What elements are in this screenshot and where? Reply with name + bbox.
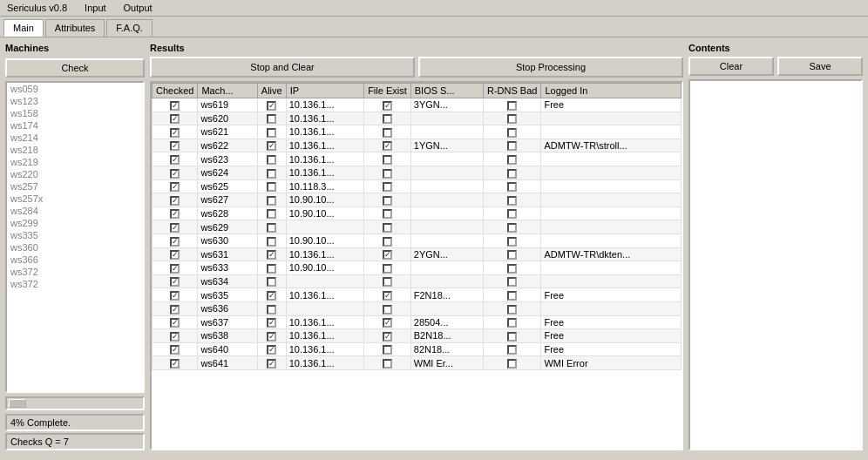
table-row[interactable]: ws63510.136.1...F2N18...Free	[153, 288, 682, 302]
checkbox[interactable]	[267, 141, 276, 151]
checkbox-cell[interactable]	[483, 356, 540, 370]
checkbox[interactable]	[383, 237, 392, 247]
checkbox-cell[interactable]	[153, 329, 198, 343]
checkbox[interactable]	[170, 332, 180, 342]
checkbox-cell[interactable]	[483, 98, 540, 112]
checkbox-cell[interactable]	[483, 152, 540, 166]
stop-clear-button[interactable]: Stop and Clear	[150, 57, 415, 78]
checkbox-cell[interactable]	[483, 342, 540, 356]
checkbox[interactable]	[383, 318, 392, 328]
checkbox-cell[interactable]	[153, 98, 198, 112]
checkbox-cell[interactable]	[483, 206, 540, 220]
list-item[interactable]: ws214	[7, 132, 143, 144]
checkbox[interactable]	[507, 359, 517, 369]
checkbox[interactable]	[170, 141, 180, 151]
checkbox[interactable]	[383, 250, 392, 260]
checkbox-cell[interactable]	[257, 315, 286, 329]
checkbox-cell[interactable]	[483, 288, 540, 302]
checkbox[interactable]	[507, 209, 517, 219]
checkbox[interactable]	[267, 114, 276, 124]
checkbox[interactable]	[507, 101, 517, 111]
checkbox-cell[interactable]	[153, 179, 198, 193]
checkbox-cell[interactable]	[364, 261, 411, 275]
checkbox[interactable]	[383, 264, 392, 274]
checkbox-cell[interactable]	[364, 98, 411, 112]
checkbox-cell[interactable]	[364, 233, 411, 247]
table-row[interactable]: ws63010.90.10...	[153, 233, 682, 247]
checkbox-cell[interactable]	[364, 179, 411, 193]
tab-main[interactable]: Main	[3, 19, 44, 37]
checkbox[interactable]	[170, 291, 180, 301]
checkbox[interactable]	[267, 209, 276, 219]
checkbox-cell[interactable]	[153, 233, 198, 247]
checkbox-cell[interactable]	[153, 112, 198, 125]
checkbox-cell[interactable]	[153, 315, 198, 329]
checkbox-cell[interactable]	[483, 166, 540, 179]
checkbox-cell[interactable]	[483, 247, 540, 261]
checkbox-cell[interactable]	[153, 288, 198, 302]
checkbox-cell[interactable]	[153, 301, 198, 315]
checkbox[interactable]	[383, 169, 392, 179]
checkbox-cell[interactable]	[257, 288, 286, 302]
table-row[interactable]: ws62310.136.1...	[153, 152, 682, 166]
stop-processing-button[interactable]: Stop Processing	[418, 57, 683, 78]
checkbox[interactable]	[170, 169, 180, 179]
table-row[interactable]: ws63310.90.10...	[153, 261, 682, 275]
check-button[interactable]: Check	[5, 58, 145, 78]
checkbox[interactable]	[507, 277, 517, 287]
checkbox[interactable]	[267, 237, 276, 247]
checkbox-cell[interactable]	[483, 301, 540, 315]
checkbox[interactable]	[383, 155, 392, 165]
checkbox[interactable]	[507, 332, 517, 342]
checkbox-cell[interactable]	[257, 261, 286, 275]
list-item[interactable]: ws372	[7, 278, 143, 290]
save-button[interactable]: Save	[777, 57, 863, 76]
checkbox-cell[interactable]	[257, 166, 286, 179]
checkbox[interactable]	[507, 305, 517, 315]
checkbox[interactable]	[383, 332, 392, 342]
checkbox[interactable]	[507, 196, 517, 206]
checkbox[interactable]	[383, 291, 392, 301]
checkbox-cell[interactable]	[257, 193, 286, 207]
checkbox[interactable]	[170, 182, 180, 192]
checkbox-cell[interactable]	[257, 152, 286, 166]
checkbox[interactable]	[267, 196, 276, 206]
checkbox-cell[interactable]	[257, 329, 286, 343]
table-row[interactable]: ws629	[153, 220, 682, 234]
checkbox[interactable]	[383, 128, 392, 138]
table-row[interactable]: ws62510.118.3...	[153, 179, 682, 193]
checkbox-cell[interactable]	[153, 166, 198, 179]
table-scroll[interactable]: Checked Mach... Alive IP File Exist BIOS…	[152, 83, 682, 449]
checkbox-cell[interactable]	[257, 98, 286, 112]
list-item[interactable]: ws158	[7, 107, 143, 119]
checkbox[interactable]	[170, 318, 180, 328]
checkbox-cell[interactable]	[364, 329, 411, 343]
checkbox[interactable]	[383, 182, 392, 192]
list-item[interactable]: ws372	[7, 266, 143, 278]
checkbox-cell[interactable]	[153, 193, 198, 207]
checkbox-cell[interactable]	[153, 342, 198, 356]
checkbox-cell[interactable]	[257, 220, 286, 234]
checkbox-cell[interactable]	[364, 247, 411, 261]
checkbox[interactable]	[170, 114, 180, 124]
table-row[interactable]: ws63110.136.1...2YGN...ADMTW-TR\dkten...	[153, 247, 682, 261]
list-item[interactable]: ws335	[7, 229, 143, 241]
checkbox-cell[interactable]	[483, 193, 540, 207]
checkbox-cell[interactable]	[483, 125, 540, 139]
checkbox-cell[interactable]	[257, 125, 286, 139]
list-item[interactable]: ws220	[7, 168, 143, 180]
checkbox-cell[interactable]	[364, 206, 411, 220]
table-row[interactable]: ws62410.136.1...	[153, 166, 682, 179]
horizontal-scrollbar[interactable]	[5, 396, 145, 410]
checkbox[interactable]	[383, 345, 392, 355]
table-row[interactable]: ws63710.136.1...28504...Free	[153, 315, 682, 329]
checkbox[interactable]	[507, 155, 517, 165]
checkbox[interactable]	[267, 155, 276, 165]
checkbox[interactable]	[507, 114, 517, 124]
checkbox[interactable]	[507, 169, 517, 179]
checkbox[interactable]	[267, 359, 276, 369]
checkbox[interactable]	[383, 209, 392, 219]
checkbox-cell[interactable]	[257, 247, 286, 261]
checkbox[interactable]	[170, 128, 180, 138]
checkbox-cell[interactable]	[364, 152, 411, 166]
